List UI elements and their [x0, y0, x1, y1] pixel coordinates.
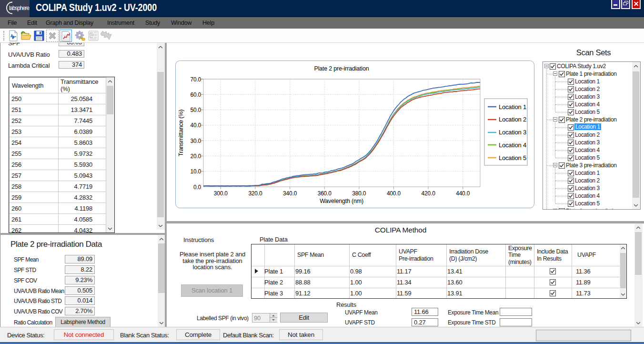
svg-text:0.0: 0.0: [193, 184, 201, 191]
svg-text:70.0: 70.0: [190, 76, 201, 83]
svg-text:320.0: 320.0: [248, 190, 262, 197]
svg-text:Transmittance (%): Transmittance (%): [178, 110, 184, 156]
svg-text:300.0: 300.0: [214, 190, 228, 197]
svg-text:10.0: 10.0: [190, 168, 201, 175]
svg-text:Location 5: Location 5: [499, 154, 526, 162]
svg-text:380.0: 380.0: [352, 190, 366, 197]
svg-text:Location 3: Location 3: [499, 129, 526, 136]
svg-text:Location 1: Location 1: [499, 103, 526, 111]
svg-text:420.0: 420.0: [422, 190, 436, 197]
svg-text:50.0: 50.0: [190, 107, 201, 113]
svg-text:360.0: 360.0: [318, 190, 332, 197]
svg-text:440.0: 440.0: [456, 190, 470, 197]
svg-text:40.0: 40.0: [190, 122, 201, 129]
svg-text:60.0: 60.0: [190, 91, 201, 98]
svg-text:Location 2: Location 2: [499, 116, 526, 123]
svg-text:Plate 2 pre-irradiation: Plate 2 pre-irradiation: [314, 65, 369, 72]
svg-text:Location 4: Location 4: [499, 142, 526, 149]
svg-text:400.0: 400.0: [387, 190, 401, 197]
svg-text:Wavelength (nm): Wavelength (nm): [320, 198, 363, 204]
svg-text:340.0: 340.0: [283, 190, 297, 197]
svg-text:labsphere.: labsphere.: [9, 5, 30, 11]
svg-text:20.0: 20.0: [190, 153, 201, 160]
svg-text:30.0: 30.0: [190, 138, 201, 144]
